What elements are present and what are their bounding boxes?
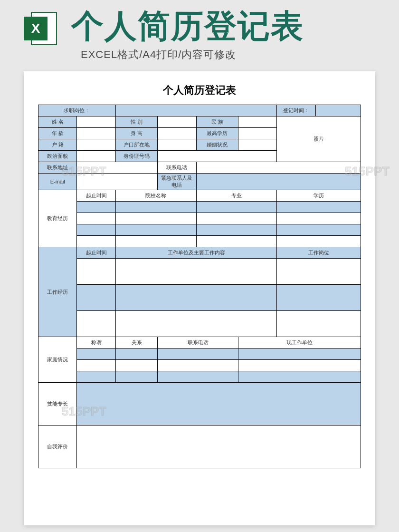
- age-value: [77, 128, 115, 139]
- page-main-title: 个人简历登记表: [71, 5, 304, 48]
- edu-section-label: 教育经历: [38, 190, 77, 247]
- table-cell: [115, 213, 196, 224]
- hukou-value: [158, 139, 196, 151]
- skills-value: [77, 383, 361, 426]
- table-cell: [115, 236, 196, 247]
- email-value: [77, 174, 158, 190]
- edu-h1: 起止时间: [77, 190, 115, 202]
- family-h2: 关系: [115, 337, 157, 348]
- table-cell: [277, 285, 361, 311]
- ethnic-label: 民 族: [196, 116, 238, 128]
- family-h4: 现工作单位: [238, 337, 361, 348]
- table-cell: [77, 259, 115, 285]
- edu-h3: 专业: [196, 190, 277, 202]
- table-cell: [115, 259, 276, 285]
- table-cell: [158, 360, 238, 371]
- job-value: [115, 105, 276, 116]
- table-cell: [77, 202, 115, 213]
- table-cell: [196, 224, 277, 236]
- height-value: [158, 128, 196, 139]
- reg-date-label: 登记时间：: [277, 105, 315, 116]
- excel-icon: X: [24, 12, 57, 45]
- phone-label: 联系电话: [158, 162, 196, 174]
- resume-table: 求职岗位： 登记时间： 姓 名 性 别 民 族 照片 年 龄 身 高 最高学历 …: [38, 105, 361, 468]
- table-cell: [115, 224, 196, 236]
- politics-value: [77, 151, 115, 162]
- table-cell: [115, 348, 157, 360]
- table-cell: [115, 202, 196, 213]
- photo-cell: 照片: [277, 116, 361, 162]
- table-cell: [277, 213, 361, 224]
- document-title: 个人简历登记表: [38, 83, 361, 97]
- addr-label: 联系地址: [38, 162, 77, 174]
- idcard-label: 身份证号码: [115, 151, 157, 162]
- name-value: [77, 116, 115, 128]
- table-cell: [77, 285, 115, 311]
- family-h1: 称谓: [77, 337, 115, 348]
- table-cell: [238, 371, 361, 383]
- edu-label: 最高学历: [196, 128, 238, 139]
- ethnic-value: [238, 116, 276, 128]
- work-h3: 工作岗位: [277, 247, 361, 259]
- table-cell: [277, 202, 361, 213]
- table-cell: [196, 213, 277, 224]
- table-cell: [77, 360, 115, 371]
- table-cell: [77, 348, 115, 360]
- table-cell: [158, 371, 238, 383]
- skills-label: 技能专长: [38, 383, 77, 426]
- table-cell: [77, 236, 115, 247]
- gender-label: 性 别: [115, 116, 157, 128]
- addr-value: [77, 162, 158, 174]
- document-page: 515PPT 515PPT 515PPT 个人简历登记表 求职岗位： 登记时间：…: [24, 71, 375, 525]
- name-label: 姓 名: [38, 116, 77, 128]
- table-cell: [115, 311, 276, 337]
- self-eval-value: [77, 426, 361, 468]
- idcard-value: [158, 151, 277, 162]
- table-cell: [277, 311, 361, 337]
- table-cell: [77, 224, 115, 236]
- self-eval-label: 自我评价: [38, 426, 77, 468]
- marital-value: [238, 139, 276, 151]
- politics-label: 政治面貌: [38, 151, 77, 162]
- table-cell: [115, 285, 276, 311]
- hukou-label: 户口所在地: [115, 139, 157, 151]
- page-subtitle: EXCEL格式/A4打印/内容可修改: [81, 48, 236, 62]
- family-section-label: 家庭情况: [38, 337, 77, 383]
- table-cell: [277, 259, 361, 285]
- table-cell: [277, 236, 361, 247]
- huji-label: 户 籍: [38, 139, 77, 151]
- table-cell: [115, 360, 157, 371]
- gender-value: [158, 116, 196, 128]
- work-section-label: 工作经历: [38, 247, 77, 337]
- marital-label: 婚姻状况: [196, 139, 238, 151]
- phone-value: [196, 162, 361, 174]
- table-cell: [238, 360, 361, 371]
- table-cell: [77, 311, 115, 337]
- edu-h4: 学历: [277, 190, 361, 202]
- table-cell: [277, 224, 361, 236]
- reg-date-value: [315, 105, 361, 116]
- age-label: 年 龄: [38, 128, 77, 139]
- emergency-label: 紧急联系人及电话: [158, 174, 196, 190]
- work-h1: 起止时间: [77, 247, 115, 259]
- table-cell: [196, 236, 277, 247]
- table-cell: [158, 348, 238, 360]
- table-cell: [77, 371, 115, 383]
- table-cell: [77, 213, 115, 224]
- table-cell: [238, 348, 361, 360]
- height-label: 身 高: [115, 128, 157, 139]
- table-cell: [115, 371, 157, 383]
- family-h3: 联系电话: [158, 337, 238, 348]
- edu-h2: 院校名称: [115, 190, 196, 202]
- table-cell: [196, 202, 277, 213]
- edu-value: [238, 128, 276, 139]
- emergency-value: [196, 174, 361, 190]
- email-label: E-mail: [38, 174, 77, 190]
- job-label: 求职岗位：: [38, 105, 116, 116]
- work-h2: 工作单位及主要工作内容: [115, 247, 276, 259]
- huji-value: [77, 139, 115, 151]
